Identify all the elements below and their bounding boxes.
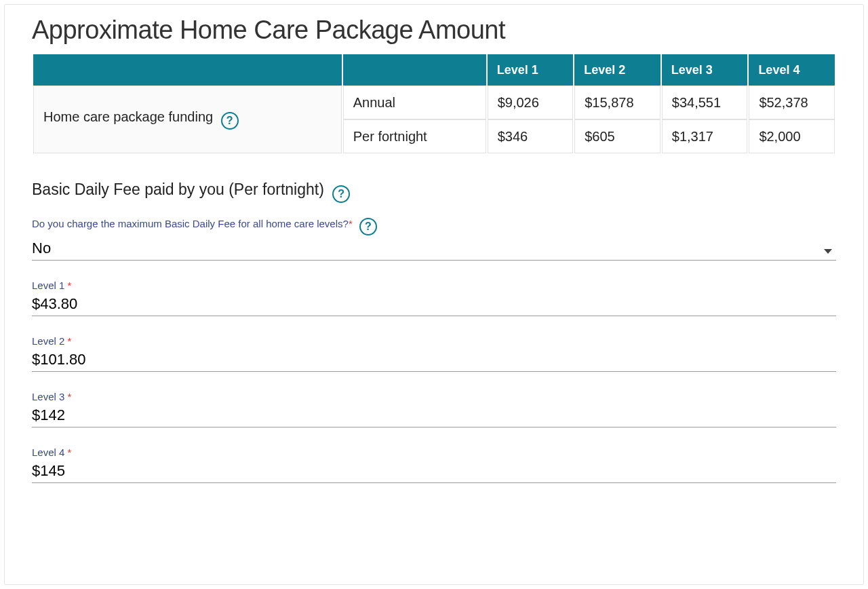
table-header-level4: Level 4 bbox=[749, 54, 835, 86]
level1-input[interactable] bbox=[32, 291, 836, 316]
table-header-level3: Level 3 bbox=[662, 54, 748, 86]
table-header-level2: Level 2 bbox=[574, 54, 660, 86]
charge-max-label-text: Do you charge the maximum Basic Daily Fe… bbox=[32, 218, 349, 229]
level3-input[interactable] bbox=[32, 402, 836, 428]
help-icon[interactable]: ? bbox=[359, 218, 377, 235]
row-label-text: Home care package funding bbox=[43, 109, 213, 124]
fortnight-level1: $346 bbox=[488, 119, 574, 153]
level1-label: Level 1 * bbox=[32, 280, 836, 291]
fortnight-level3: $1,317 bbox=[662, 119, 748, 153]
level4-label: Level 4 * bbox=[32, 446, 836, 458]
table-header-blank bbox=[33, 54, 342, 86]
charge-max-label: Do you charge the maximum Basic Daily Fe… bbox=[32, 218, 836, 235]
annual-level2: $15,878 bbox=[574, 86, 660, 119]
annual-level4: $52,378 bbox=[749, 86, 835, 119]
period-annual: Annual bbox=[343, 86, 486, 119]
annual-level3: $34,551 bbox=[662, 86, 748, 119]
table-header-blank bbox=[343, 54, 486, 86]
table-header-level1: Level 1 bbox=[488, 54, 574, 86]
period-fortnight: Per fortnight bbox=[343, 119, 486, 153]
fortnight-level2: $605 bbox=[574, 119, 660, 153]
page-title: Approximate Home Care Package Amount bbox=[32, 16, 836, 45]
level4-input[interactable] bbox=[32, 458, 836, 483]
charge-max-select[interactable] bbox=[32, 235, 836, 261]
fortnight-level4: $2,000 bbox=[749, 119, 835, 153]
level3-label: Level 3 * bbox=[32, 391, 836, 402]
annual-level1: $9,026 bbox=[488, 86, 574, 119]
basic-fee-heading-text: Basic Daily Fee paid by you (Per fortnig… bbox=[32, 180, 324, 198]
level2-label: Level 2 * bbox=[32, 335, 836, 347]
level2-input[interactable] bbox=[32, 347, 836, 372]
table-row-label: Home care package funding ? bbox=[33, 86, 342, 153]
help-icon[interactable]: ? bbox=[332, 185, 350, 203]
basic-fee-heading: Basic Daily Fee paid by you (Per fortnig… bbox=[32, 180, 836, 203]
package-funding-table: Level 1 Level 2 Level 3 Level 4 Home car… bbox=[32, 54, 836, 153]
help-icon[interactable]: ? bbox=[221, 112, 239, 130]
